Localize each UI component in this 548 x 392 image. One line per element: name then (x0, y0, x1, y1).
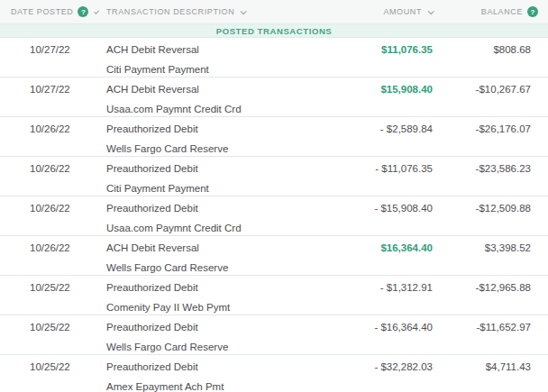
transaction-date: 10/26/22 (0, 123, 97, 135)
transaction-balance: -$12,965.88 (433, 282, 548, 294)
column-header-balance[interactable]: BALANCE ? (433, 6, 548, 17)
transaction-balance: -$26,176.07 (433, 123, 548, 135)
transaction-type: Preauthorized Debit (106, 163, 278, 175)
transaction-balance: -$12,509.88 (433, 203, 548, 214)
transaction-amount: - $11,076.35 (278, 163, 433, 175)
transaction-type: Preauthorized Debit (106, 361, 278, 373)
amount-label: AMOUNT (383, 7, 422, 16)
posted-transactions-banner: POSTED TRANSACTIONS (0, 23, 548, 38)
transaction-row[interactable]: 10/25/22 Preauthorized Debit Wells Fargo… (0, 315, 548, 355)
transaction-balance: $4,711.43 (433, 361, 548, 373)
transaction-balance: $808.68 (433, 44, 548, 56)
transaction-date: 10/25/22 (0, 322, 97, 333)
help-icon[interactable]: ? (527, 6, 538, 17)
transaction-balance: -$23,586.23 (433, 163, 548, 175)
transaction-date: 10/27/22 (0, 44, 97, 56)
transaction-description: Amex Epayment Ach Pmt (106, 381, 278, 392)
transaction-amount: - $2,589.84 (278, 123, 433, 135)
transaction-date: 10/26/22 (0, 203, 97, 214)
transaction-row[interactable]: 10/25/22 Preauthorized Debit Comenity Pa… (0, 276, 548, 315)
transactions-table: DATE POSTED ? TRANSACTION DESCRIPTION AM… (0, 0, 548, 392)
transaction-row[interactable]: 10/26/22 Preauthorized Debit Usaa.com Pa… (0, 196, 548, 236)
transaction-amount: - $15,908.40 (278, 203, 433, 214)
transaction-type: ACH Debit Reversal (106, 84, 278, 96)
transaction-type: ACH Debit Reversal (106, 44, 278, 56)
transaction-amount: - $32,282.03 (278, 361, 433, 373)
column-header-transaction-description[interactable]: TRANSACTION DESCRIPTION (97, 7, 278, 16)
transaction-description: Wells Fargo Card Reserve (106, 143, 278, 155)
transaction-date: 10/26/22 (0, 242, 97, 254)
transaction-type: Preauthorized Debit (106, 322, 278, 333)
transaction-type: Preauthorized Debit (106, 123, 278, 135)
transaction-date: 10/25/22 (0, 282, 97, 294)
transaction-row[interactable]: 10/26/22 ACH Debit Reversal Wells Fargo … (0, 236, 548, 276)
transaction-description-label: TRANSACTION DESCRIPTION (106, 7, 234, 16)
transaction-date: 10/27/22 (0, 84, 97, 96)
transaction-row[interactable]: 10/27/22 ACH Debit Reversal Citi Payment… (0, 38, 548, 77)
transaction-amount: - $1,312.91 (278, 282, 433, 294)
transaction-date: 10/25/22 (0, 361, 97, 373)
column-header-amount[interactable]: AMOUNT (278, 7, 433, 16)
transaction-amount: $11,076.35 (278, 44, 433, 56)
transaction-description: Usaa.com Paymnt Credit Crd (106, 223, 278, 234)
help-icon[interactable]: ? (78, 6, 88, 17)
transaction-balance: -$11,652.97 (433, 322, 548, 333)
transaction-description: Usaa.com Paymnt Credit Crd (106, 104, 278, 115)
transaction-amount: $15,908.40 (278, 84, 433, 96)
transaction-type: Preauthorized Debit (106, 282, 278, 294)
transaction-description: Citi Payment Payment (106, 183, 278, 195)
column-header-date-posted[interactable]: DATE POSTED ? (0, 6, 97, 17)
date-posted-label: DATE POSTED (11, 7, 73, 16)
transactions-list: 10/27/22 ACH Debit Reversal Citi Payment… (0, 38, 548, 392)
table-header: DATE POSTED ? TRANSACTION DESCRIPTION AM… (0, 0, 548, 23)
posted-transactions-label: POSTED TRANSACTIONS (216, 26, 333, 36)
transaction-type: Preauthorized Debit (106, 203, 278, 214)
transaction-amount: - $16,364.40 (278, 322, 433, 333)
chevron-down-icon (241, 8, 247, 14)
transaction-type: ACH Debit Reversal (106, 242, 278, 254)
balance-label: BALANCE (481, 7, 523, 16)
transaction-row[interactable]: 10/26/22 Preauthorized Debit Citi Paymen… (0, 157, 548, 196)
transaction-description: Comenity Pay II Web Pymt (106, 302, 278, 314)
transaction-description: Citi Payment Payment (106, 64, 278, 76)
transaction-date: 10/26/22 (0, 163, 97, 175)
transaction-description: Wells Fargo Card Reserve (106, 262, 278, 274)
transaction-balance: -$10,267.67 (433, 84, 548, 96)
transaction-amount: $16,364.40 (278, 242, 433, 254)
transaction-balance: $3,398.52 (433, 242, 548, 254)
transaction-row[interactable]: 10/27/22 ACH Debit Reversal Usaa.com Pay… (0, 77, 548, 117)
transaction-description: Wells Fargo Card Reserve (106, 342, 278, 353)
transaction-row[interactable]: 10/26/22 Preauthorized Debit Wells Fargo… (0, 117, 548, 157)
transaction-row[interactable]: 10/25/22 Preauthorized Debit Amex Epayme… (0, 355, 548, 392)
